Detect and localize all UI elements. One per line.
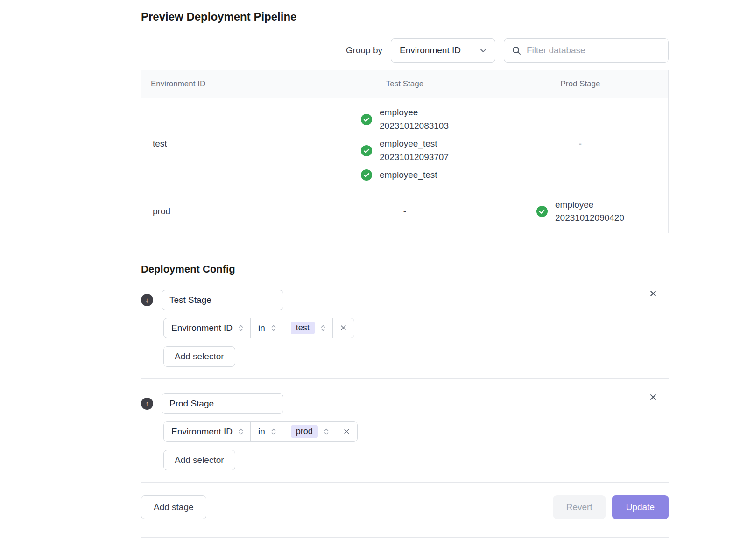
sort-updown-icon (270, 428, 277, 435)
selector-value-select[interactable]: test (283, 318, 333, 338)
filter-database-field[interactable] (504, 38, 669, 63)
close-icon (649, 292, 657, 299)
stage-block-prod: ↑ Environment ID in prod (141, 379, 669, 482)
stage-name-input[interactable] (162, 290, 283, 310)
group-by-value: Environment ID (400, 45, 461, 56)
stage-divider (141, 482, 669, 483)
sort-updown-icon (323, 428, 330, 435)
group-by-label: Group by (346, 45, 382, 56)
selector-operator-select[interactable]: in (250, 421, 283, 442)
prod-stage-cell: employee 20231012090420 (493, 190, 668, 233)
database-name: employee (380, 106, 449, 119)
database-version: 20231012090420 (555, 211, 624, 225)
column-header-prod-stage: Prod Stage (493, 70, 668, 98)
selector-operator-value: in (258, 323, 265, 333)
toolbar: Group by Environment ID (141, 38, 669, 63)
database-item[interactable]: employee_test 20231012093707 (361, 137, 449, 164)
selector-row: Environment ID in test (163, 318, 669, 338)
test-stage-cell: - (317, 190, 493, 233)
column-header-test-stage: Test Stage (317, 70, 493, 98)
empty-placeholder: - (579, 139, 582, 149)
add-stage-button[interactable]: Add stage (141, 495, 206, 519)
remove-selector-button[interactable] (336, 421, 358, 442)
check-circle-icon (361, 145, 372, 156)
database-name: employee_test (380, 168, 437, 182)
search-icon (512, 46, 521, 55)
database-name: employee (555, 198, 624, 212)
deployment-config-title: Deployment Config (141, 263, 669, 275)
selector-value-chip: test (291, 322, 315, 334)
bottom-divider (141, 537, 669, 538)
environment-id-cell: test (141, 98, 317, 190)
arrow-up-icon[interactable]: ↑ (141, 398, 153, 410)
selector-key-value: Environment ID (171, 427, 233, 437)
footer-actions: Add stage Revert Update (141, 495, 669, 519)
column-header-environment-id: Environment ID (141, 70, 317, 98)
database-item[interactable]: employee 20231012083103 (361, 106, 449, 133)
stage-name-input[interactable] (162, 393, 283, 414)
database-version: 20231012083103 (380, 119, 449, 133)
selector-value-chip: prod (291, 425, 318, 438)
pipeline-table: Environment ID Test Stage Prod Stage tes… (141, 70, 669, 233)
test-stage-cell: employee 20231012083103 employee_test 20… (317, 98, 493, 190)
stage-block-test: ↓ Environment ID in test (141, 275, 669, 378)
selector-key-value: Environment ID (171, 323, 233, 333)
remove-stage-button[interactable] (647, 391, 659, 403)
close-icon (340, 324, 347, 331)
check-circle-icon (361, 114, 372, 125)
database-item[interactable]: employee 20231012090420 (536, 198, 624, 225)
close-icon (649, 396, 657, 403)
selector-key-select[interactable]: Environment ID (163, 318, 251, 338)
database-name: employee_test (380, 137, 449, 151)
selector-key-select[interactable]: Environment ID (163, 421, 251, 442)
sort-updown-icon (319, 324, 327, 332)
sort-updown-icon (237, 324, 245, 332)
revert-button[interactable]: Revert (553, 495, 606, 519)
prod-stage-cell: - (493, 98, 668, 190)
check-circle-icon (361, 169, 372, 181)
selector-row: Environment ID in prod (163, 421, 669, 442)
remove-stage-button[interactable] (647, 287, 659, 300)
filter-database-input[interactable] (526, 45, 661, 56)
empty-placeholder: - (403, 206, 406, 217)
database-version: 20231012093707 (380, 151, 449, 164)
remove-selector-button[interactable] (332, 318, 354, 338)
selector-operator-select[interactable]: in (250, 318, 283, 338)
add-selector-button[interactable]: Add selector (163, 346, 235, 367)
close-icon (343, 428, 350, 435)
arrow-glyph: ↑ (145, 399, 149, 407)
arrow-glyph: ↓ (145, 296, 149, 304)
table-row-prod: prod - employee 20231012090420 (141, 190, 668, 233)
database-item[interactable]: employee_test (361, 168, 437, 182)
sort-updown-icon (270, 324, 277, 332)
environment-id-cell: prod (141, 190, 317, 233)
chevron-down-icon (479, 46, 487, 55)
table-row-test: test employee 20231012083103 (141, 98, 668, 190)
selector-value-select[interactable]: prod (283, 421, 336, 442)
deployment-pipeline-page: Preview Deployment Pipeline Group by Env… (141, 0, 669, 538)
selector-operator-value: in (258, 427, 265, 437)
check-circle-icon (536, 206, 548, 217)
group-by-select[interactable]: Environment ID (391, 38, 495, 63)
page-title: Preview Deployment Pipeline (141, 10, 669, 23)
arrow-down-icon[interactable]: ↓ (141, 294, 153, 306)
update-button[interactable]: Update (612, 495, 669, 519)
sort-updown-icon (237, 428, 245, 435)
add-selector-button[interactable]: Add selector (163, 450, 235, 470)
pipeline-table-header: Environment ID Test Stage Prod Stage (141, 70, 668, 98)
